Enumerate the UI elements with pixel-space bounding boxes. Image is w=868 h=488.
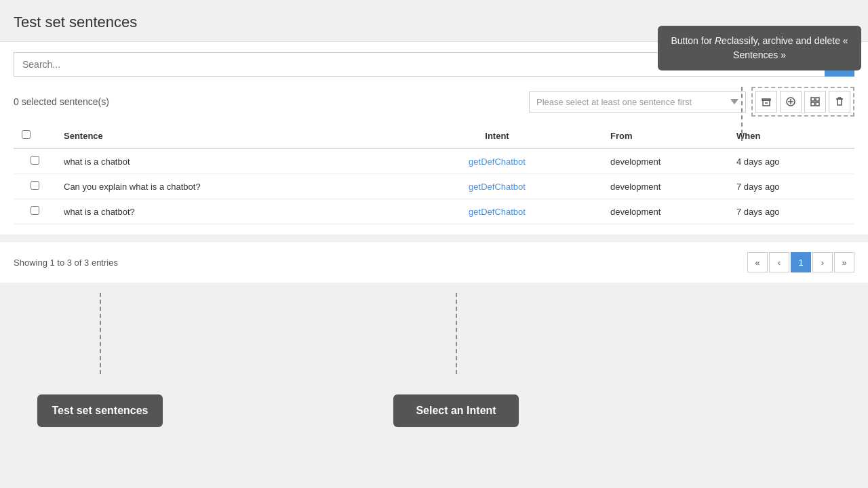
svg-rect-13 <box>837 99 842 105</box>
svg-rect-10 <box>811 102 814 106</box>
tooltip-bottom-mid-text: Select an Intent <box>416 405 496 416</box>
svg-line-1 <box>841 64 844 68</box>
reclassify-button[interactable] <box>780 91 802 113</box>
page-next-button[interactable]: › <box>812 252 833 272</box>
page-prev-button[interactable]: ‹ <box>769 252 789 272</box>
intent-link-0[interactable]: getDefChatbot <box>469 157 526 167</box>
table-row: what is a chatbot? getDefChatbot develop… <box>14 199 854 224</box>
selected-count: 0 selected sentence(s) <box>14 96 109 107</box>
search-icon <box>834 58 845 68</box>
row-from-2: development <box>602 199 728 224</box>
row-from-1: development <box>602 174 728 199</box>
search-bar <box>14 52 854 77</box>
row-intent-1[interactable]: getDefChatbot <box>392 174 602 199</box>
row-intent-2[interactable]: getDefChatbot <box>392 199 602 224</box>
row-intent-0[interactable]: getDefChatbot <box>392 148 602 174</box>
page-current-button[interactable]: 1 <box>791 252 811 272</box>
toolbar-right: Please select at least one sentence firs… <box>529 87 854 117</box>
table-body: what is a chatbot getDefChatbot developm… <box>14 148 854 224</box>
intent-link-2[interactable]: getDefChatbot <box>469 207 526 217</box>
col-from: From <box>602 123 728 148</box>
row-checkbox-1[interactable] <box>31 181 39 190</box>
row-from-0: development <box>602 148 728 174</box>
archive-icon <box>761 96 772 107</box>
row-checkbox-cell[interactable] <box>14 199 56 224</box>
archive-button[interactable] <box>755 91 777 113</box>
content-area: 0 selected sentence(s) Please select at … <box>0 42 868 235</box>
footer-row: Showing 1 to 3 of 3 entries « ‹ 1 › » <box>0 241 868 283</box>
svg-rect-9 <box>816 98 819 101</box>
dashed-line-bottom-left <box>100 293 101 374</box>
page-last-button[interactable]: » <box>834 252 854 272</box>
tooltip-bottom-left-text: Test set sentences <box>52 405 149 416</box>
move-icon <box>810 96 821 107</box>
col-when: When <box>728 123 854 148</box>
tooltip-bottom-left: Test set sentences <box>37 394 163 427</box>
delete-button[interactable] <box>829 91 850 113</box>
page-first-button[interactable]: « <box>747 252 768 272</box>
select-all-checkbox[interactable] <box>22 130 31 139</box>
toolbar-row: 0 selected sentence(s) Please select at … <box>14 87 854 117</box>
pagination: « ‹ 1 › » <box>747 252 854 272</box>
action-buttons-group <box>751 87 854 117</box>
search-button[interactable] <box>825 52 854 77</box>
dashed-line-bottom-mid <box>456 293 457 374</box>
move-button[interactable] <box>804 91 826 113</box>
svg-rect-8 <box>811 98 814 101</box>
search-input[interactable] <box>14 52 825 77</box>
col-intent: Intent <box>392 123 602 148</box>
row-sentence-2: what is a chatbot? <box>56 199 392 224</box>
tooltip-bottom-mid: Select an Intent <box>393 394 519 427</box>
dashed-line-tooltip-right <box>741 87 743 141</box>
svg-rect-11 <box>816 102 819 106</box>
row-when-0: 4 days ago <box>728 148 854 174</box>
row-when-2: 7 days ago <box>728 199 854 224</box>
row-checkbox-0[interactable] <box>31 156 39 165</box>
row-checkbox-cell[interactable] <box>14 148 56 174</box>
reclassify-icon <box>785 96 796 107</box>
table-row: what is a chatbot getDefChatbot developm… <box>14 148 854 174</box>
row-sentence-1: Can you explain what is a chatbot? <box>56 174 392 199</box>
delete-icon <box>834 96 845 107</box>
col-sentence: Sentence <box>56 123 392 148</box>
sentences-table: Sentence Intent From When what is a chat… <box>14 123 854 224</box>
svg-point-0 <box>835 59 842 65</box>
intent-link-1[interactable]: getDefChatbot <box>469 182 526 192</box>
table-row: Can you explain what is a chatbot? getDe… <box>14 174 854 199</box>
row-when-1: 7 days ago <box>728 174 854 199</box>
showing-text: Showing 1 to 3 of 3 entries <box>14 258 118 268</box>
page-title: Test set sentences <box>14 14 854 31</box>
select-all-checkbox-cell[interactable] <box>14 123 56 148</box>
table-header-row: Sentence Intent From When <box>14 123 854 148</box>
row-checkbox-2[interactable] <box>31 206 39 215</box>
page-header: Test set sentences <box>0 0 868 42</box>
intent-select[interactable]: Please select at least one sentence firs… <box>529 92 746 113</box>
row-sentence-0: what is a chatbot <box>56 148 392 174</box>
row-checkbox-cell[interactable] <box>14 174 56 199</box>
